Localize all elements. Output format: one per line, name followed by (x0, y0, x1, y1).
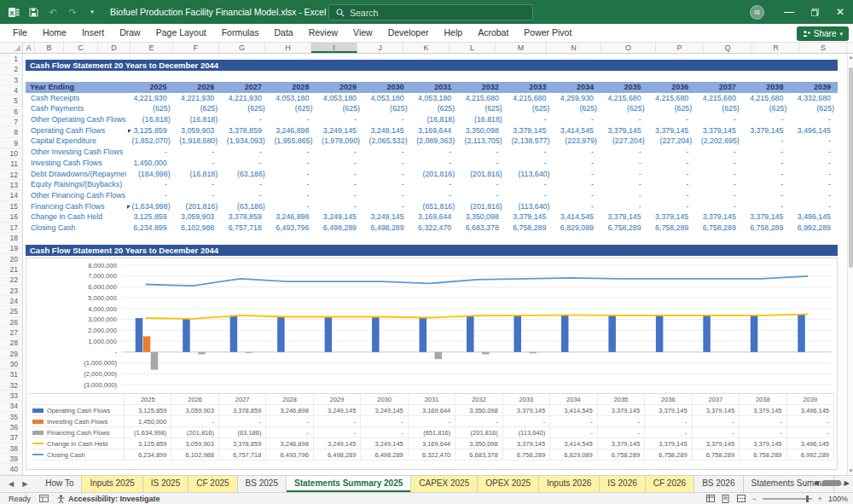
table-cell[interactable]: - (695, 179, 743, 190)
table-cell[interactable]: - (316, 147, 363, 158)
table-cell[interactable]: - (601, 201, 648, 212)
ribbon-tab-review[interactable]: Review (301, 24, 345, 42)
table-cell[interactable]: (625) (411, 103, 459, 114)
table-cell[interactable]: - (506, 147, 554, 158)
table-cell[interactable]: - (695, 190, 743, 201)
table-cell[interactable]: 6,829,089 (553, 223, 601, 234)
column-header-c[interactable]: C (64, 43, 98, 53)
table-cell[interactable]: (625) (126, 103, 174, 114)
table-cell[interactable]: - (458, 158, 506, 169)
table-cell[interactable]: 4,215,680 (506, 93, 554, 104)
ribbon-tab-page-layout[interactable]: Page Layout (148, 24, 214, 42)
row-label-cash-receipts[interactable]: Cash Receipts (26, 93, 126, 104)
year-header-2031[interactable]: 2031 (411, 82, 459, 93)
horizontal-scrollbar[interactable]: ◀ ▶ (814, 479, 850, 487)
table-cell[interactable]: 4,215,680 (695, 93, 743, 104)
sheet-tab-bs-2026[interactable]: BS 2026 (694, 476, 743, 492)
row-label-equity-raisings-buybacks[interactable]: Equity Raisings/(Buybacks) (26, 179, 126, 190)
vertical-scroll-thumb[interactable] (849, 67, 853, 268)
row-header-13[interactable]: 13 (0, 180, 22, 190)
table-cell[interactable]: - (790, 190, 838, 201)
column-header-p[interactable]: P (656, 43, 704, 53)
table-cell[interactable]: - (553, 169, 601, 180)
table-cell[interactable]: 3,379,145 (648, 125, 696, 136)
row-header-4[interactable]: 4 (0, 85, 22, 96)
table-cell[interactable]: 4,259,930 (553, 93, 601, 104)
table-cell[interactable]: - (648, 147, 696, 158)
table-cell[interactable]: - (316, 158, 363, 169)
table-cell[interactable]: - (790, 169, 838, 180)
row-label-operating-cash-flows[interactable]: Operating Cash Flows (26, 125, 126, 136)
table-cell[interactable]: 3,379,145 (743, 125, 791, 136)
save-icon[interactable] (27, 6, 39, 18)
table-cell[interactable]: 3,414,545 (553, 211, 601, 223)
year-header-2027[interactable]: 2027 (221, 82, 269, 93)
table-cell[interactable]: (63,186) (221, 201, 269, 212)
table-cell[interactable]: 1,450,000 (126, 158, 174, 169)
table-cell[interactable]: 4,053,180 (411, 93, 459, 104)
table-cell[interactable]: (16,818) (126, 114, 174, 125)
table-cell[interactable]: 3,414,545 (553, 125, 601, 136)
table-cell[interactable]: - (743, 201, 791, 212)
table-cell[interactable]: 3,246,898 (269, 211, 316, 223)
table-cell[interactable]: 6,322,470 (411, 223, 459, 234)
row-header-24[interactable]: 24 (0, 296, 22, 306)
table-cell[interactable]: - (363, 190, 411, 201)
qat-customize-icon[interactable]: ▾ (86, 6, 98, 18)
row-header-34[interactable]: 34 (0, 401, 22, 411)
table-cell[interactable]: 6,758,289 (601, 223, 648, 234)
table-cell[interactable]: (1,634,998) (126, 201, 174, 212)
sheet-tab-how-to[interactable]: How To (38, 476, 82, 492)
table-cell[interactable]: (625) (648, 103, 696, 114)
year-header-2035[interactable]: 2035 (601, 82, 648, 93)
year-header-2038[interactable]: 2038 (743, 82, 791, 93)
table-cell[interactable]: (1,955,865) (269, 136, 316, 147)
row-label-closing-cash[interactable]: Closing Cash (26, 223, 126, 234)
row-header-12[interactable]: 12 (0, 170, 22, 180)
table-cell[interactable]: (16,818) (411, 114, 459, 125)
table-cell[interactable]: - (269, 179, 316, 190)
table-cell[interactable]: (201,816) (458, 169, 506, 180)
table-cell[interactable]: 4,053,180 (316, 93, 363, 104)
column-header-j[interactable]: J (357, 43, 403, 53)
year-header-2032[interactable]: 2032 (458, 82, 506, 93)
table-cell[interactable]: - (695, 158, 743, 169)
column-header-a[interactable]: A (23, 43, 35, 53)
table-cell[interactable]: (625) (790, 103, 838, 114)
row-header-18[interactable]: 18 (0, 233, 22, 243)
table-cell[interactable]: - (269, 158, 316, 169)
row-header-25[interactable]: 25 (0, 306, 22, 316)
table-cell[interactable]: - (695, 114, 743, 125)
row-header-19[interactable]: 19 (0, 243, 22, 253)
ribbon-tab-acrobat[interactable]: Acrobat (470, 24, 516, 42)
table-cell[interactable]: - (743, 158, 791, 169)
table-cell[interactable]: - (411, 158, 459, 169)
table-cell[interactable]: - (601, 169, 648, 180)
table-cell[interactable]: - (221, 147, 269, 158)
table-cell[interactable]: 3,379,145 (506, 125, 554, 136)
table-cell[interactable]: (2,202,695) (695, 136, 743, 147)
table-cell[interactable]: - (506, 179, 554, 190)
hscroll-left-icon[interactable]: ◀ (814, 479, 819, 487)
zoom-in-button[interactable]: + (818, 495, 822, 503)
column-header-b[interactable]: B (35, 43, 64, 53)
sheet-tab-is-2025[interactable]: IS 2025 (143, 476, 189, 492)
year-ending-header[interactable]: Year Ending (26, 82, 126, 93)
sheet-tab-bs-2025[interactable]: BS 2025 (238, 476, 287, 492)
table-cell[interactable]: (2,113,705) (458, 136, 506, 147)
table-cell[interactable]: - (695, 147, 743, 158)
table-cell[interactable]: - (458, 147, 506, 158)
row-header-20[interactable]: 20 (0, 254, 22, 264)
column-header-h[interactable]: H (265, 43, 311, 53)
zoom-slider-thumb[interactable] (806, 495, 809, 502)
table-cell[interactable]: 3,169,644 (411, 211, 459, 223)
column-header-n[interactable]: N (547, 43, 601, 53)
table-cell[interactable]: - (174, 158, 222, 169)
row-header-3[interactable]: 3 (0, 75, 22, 85)
table-cell[interactable]: (625) (506, 103, 554, 114)
search-box[interactable]: Search (328, 4, 533, 20)
zoom-level[interactable]: 100% (828, 495, 848, 503)
row-label-change-in-cash-held[interactable]: Change In Cash Held (26, 211, 126, 223)
table-cell[interactable]: - (743, 179, 791, 190)
row-header-11[interactable]: 11 (0, 159, 22, 169)
